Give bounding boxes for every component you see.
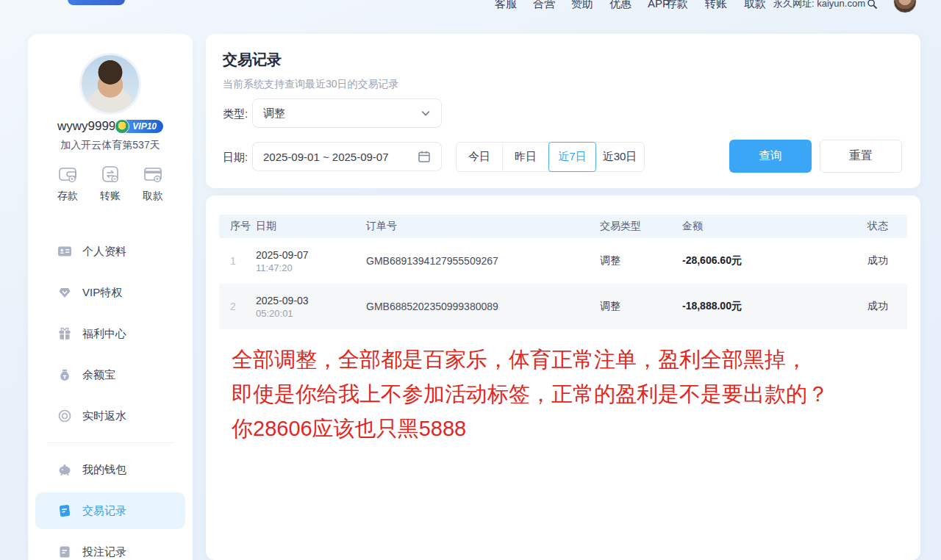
nav-links: 客服 合营 赞助 优惠 APP [495,0,670,11]
sidebar-item-welfare[interactable]: 福利中心 [35,313,185,354]
money-bag-icon [57,367,72,382]
gem-icon [57,285,72,300]
sidebar-item-wallet[interactable]: 我的钱包 [35,449,185,490]
header-no: 序号 [219,220,256,233]
row-no: 1 [219,255,256,267]
document-icon [57,545,72,559]
preset-last30days-button[interactable]: 近30日 [595,143,644,171]
nav-partnership[interactable]: 合营 [533,0,555,11]
vip-badge: VIP10 [121,120,163,133]
sidebar-menu: 个人资料 VIP特权 福利中心 余额宝 [35,231,185,560]
row-order-number: GMB6891394127955509267 [366,255,600,267]
user-avatar-small[interactable] [893,0,917,13]
row-amount: -18,888.00元 [682,300,850,313]
type-select[interactable]: 调整 [252,98,442,128]
sidebar-item-profile[interactable]: 个人资料 [35,231,185,272]
sidebar-item-betting-records[interactable]: 投注记录 [35,531,185,560]
row-order-number: GMB6885202350999380089 [366,301,600,312]
header-order: 订单号 [366,220,600,233]
preset-last7days-button[interactable]: 近7日 [548,142,596,172]
sidebar: wywy9999 VIP10 加入开云体育第537天 存款 转账 [28,34,193,560]
permanent-url: 永久网址: kaiyun.com [773,0,878,10]
vip-gem-icon [115,119,129,134]
wallet-icon [57,163,79,185]
menu-divider [47,442,173,443]
header-type: 交易类型 [600,220,682,233]
type-filter-label: 类型: [223,107,248,121]
transfer-quick-action[interactable]: 转账 [91,163,129,203]
sidebar-item-vip[interactable]: VIP特权 [35,272,185,313]
site-logo[interactable] [68,0,125,5]
withdraw-quick-action[interactable]: 取款 [134,163,172,203]
row-status: 成功 [850,300,907,313]
nav-withdraw[interactable]: 取款 [744,0,766,11]
date-range-input[interactable]: 2025-09-01 ~ 2025-09-07 [252,142,442,171]
avatar[interactable] [79,53,141,115]
transfer-icon [99,163,121,185]
quick-actions: 存款 转账 取款 [38,163,182,203]
bank-card-icon [142,163,164,185]
transactions-table: 序号 日期 订单号 交易类型 金额 状态 1 2025-09-07 11:47:… [219,215,907,329]
reset-button[interactable]: 重置 [820,140,902,173]
top-navigation-bar: 客服 合营 赞助 优惠 APP 存款 转账 取款 永久网址: kaiyun.co… [0,0,941,15]
table-header-row: 序号 日期 订单号 交易类型 金额 状态 [219,215,907,238]
document-icon [57,503,72,518]
nav-sponsorship[interactable]: 赞助 [571,0,593,11]
deposit-quick-action[interactable]: 存款 [49,163,87,203]
row-type: 调整 [600,254,682,268]
nav-customer-service[interactable]: 客服 [495,0,517,11]
nav-deposit[interactable]: 存款 [666,0,688,11]
wallet-links: 存款 转账 取款 [666,0,766,11]
table-row: 1 2025-09-07 11:47:20 GMB689139412795550… [219,238,907,284]
header-status: 状态 [850,220,907,233]
page-title: 交易记录 [223,50,282,70]
row-status: 成功 [850,254,907,268]
nav-promotions[interactable]: 优惠 [609,0,631,11]
row-no: 2 [219,301,256,312]
header-date: 日期 [256,220,366,233]
row-date: 2025-09-07 11:47:20 [256,249,366,273]
piggy-bank-icon [57,462,72,477]
rebate-icon [57,409,72,423]
row-date: 2025-09-03 05:20:01 [256,295,366,319]
red-annotation-text: 全部调整，全部都是百家乐，体育正常注单，盈利全部黑掉， 即使是你给我上不参加活动… [232,342,829,446]
id-card-icon [57,244,72,259]
header-amount: 金额 [682,220,850,233]
search-icon[interactable] [867,0,878,10]
page-subtitle: 当前系统支持查询最近30日的交易记录 [223,78,399,91]
preset-yesterday-button[interactable]: 昨日 [503,143,549,171]
nav-transfer[interactable]: 转账 [705,0,727,11]
row-amount: -28,606.60元 [682,254,850,268]
chevron-down-icon [421,108,431,118]
gift-icon [57,326,72,341]
annotation-line: 全部调整，全部都是百家乐，体育正常注单，盈利全部黑掉， [232,342,829,377]
query-button[interactable]: 查询 [729,140,812,173]
sidebar-item-rebate[interactable]: 实时返水 [35,395,185,437]
date-filter-label: 日期: [223,151,248,165]
annotation-line: 即使是你给我上不参加活动标签，正常的盈利是不是要出款的？ [232,377,829,412]
row-type: 调整 [600,300,682,313]
filters-card: 交易记录 当前系统支持查询最近30日的交易记录 类型: 调整 日期: 2025-… [206,34,920,188]
sidebar-item-yuebao[interactable]: 余额宝 [35,354,185,395]
sidebar-item-transaction-records[interactable]: 交易记录 [35,492,185,529]
username: wywy9999 [57,119,115,134]
annotation-line: 你28606应该也只黑5888 [232,412,829,446]
preset-today-button[interactable]: 今日 [457,143,503,171]
date-range-presets: 今日 昨日 近7日 近30日 [456,142,645,172]
records-card: 序号 日期 订单号 交易类型 金额 状态 1 2025-09-07 11:47:… [206,195,920,560]
table-row: 2 2025-09-03 05:20:01 GMB688520235099938… [219,284,907,329]
calendar-icon [418,150,431,163]
join-days-text: 加入开云体育第537天 [28,139,193,152]
